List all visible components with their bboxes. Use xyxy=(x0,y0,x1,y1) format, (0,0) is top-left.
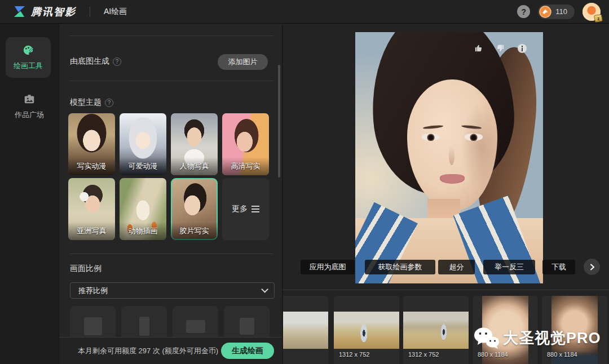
model-card-5[interactable]: 亚洲写真 xyxy=(68,178,115,240)
section-divider xyxy=(70,35,273,36)
zhiying-logo-icon xyxy=(13,5,26,18)
generate-button[interactable]: 生成绘画 xyxy=(221,343,274,359)
sidebar-item-works-plaza[interactable]: 作品广场 xyxy=(0,90,59,123)
chevron-right-icon xyxy=(589,264,595,270)
gallery-thumbnail-3[interactable]: 1312 x 752 xyxy=(403,296,469,364)
sidebar-item-label: 作品广场 xyxy=(15,110,44,120)
quota-text: 本月剩余可用额度 297 次 (额度外可用金币) xyxy=(78,346,218,356)
top-bar: 腾讯智影 AI绘画 ? 110 z xyxy=(0,0,609,24)
upscale-button[interactable]: 超分 xyxy=(438,260,475,274)
brand-title: 腾讯智影 xyxy=(31,5,76,19)
chevron-down-icon xyxy=(261,286,268,293)
coin-icon xyxy=(539,6,551,18)
base-image-section-label: 由底图生成 ? xyxy=(70,56,121,66)
wechat-icon xyxy=(474,327,500,349)
gallery-thumbnail-2[interactable]: 1312 x 752 xyxy=(334,296,399,364)
question-icon[interactable]: ? xyxy=(113,57,121,66)
menu-icon xyxy=(251,208,259,210)
image-size-label: 880 x 1184 xyxy=(478,351,508,358)
panel-scrollbar[interactable] xyxy=(278,65,280,177)
ratio-dropdown-value: 推荐比例 xyxy=(78,286,108,296)
watermark: 大圣视觉PRO xyxy=(474,327,601,349)
variations-button[interactable]: 举一反三 xyxy=(483,260,535,274)
ratio-section-label: 画面比例 xyxy=(70,264,102,274)
model-card-4[interactable]: 高清写实 xyxy=(222,113,269,175)
section-divider xyxy=(70,81,273,81)
image-size-label: 1312 x 752 xyxy=(339,351,369,358)
preview-image xyxy=(355,32,543,283)
gallery-thumbnail-1[interactable]: 752 xyxy=(283,296,328,364)
gallery-icon xyxy=(23,93,36,105)
section-divider xyxy=(70,254,273,254)
sidebar-item-painting-tools[interactable]: 绘画工具 xyxy=(6,37,51,78)
add-image-button[interactable]: 添加图片 xyxy=(218,54,268,70)
get-parameters-button[interactable]: 获取绘画参数 xyxy=(365,260,435,274)
model-card-7-selected[interactable]: 胶片写实 xyxy=(171,178,218,240)
preview-stage: 应用为底图 获取绘画参数 超分 举一反三 下载 752 1312 x 752 1… xyxy=(283,24,609,364)
image-size-label: 1312 x 752 xyxy=(408,351,439,358)
question-icon[interactable]: ? xyxy=(105,99,113,107)
use-as-base-button[interactable]: 应用为底图 xyxy=(301,260,355,274)
app-window: 腾讯智影 AI绘画 ? 110 z xyxy=(0,0,609,364)
ratio-dropdown[interactable]: 推荐比例 xyxy=(70,282,275,299)
avatar[interactable]: z xyxy=(582,3,601,21)
stage-divider xyxy=(283,290,609,290)
thumbs-up-icon[interactable] xyxy=(474,43,483,53)
image-size-label: 880 x 1184 xyxy=(547,351,577,358)
more-models-button[interactable]: 更多 xyxy=(222,178,269,240)
panel-footer: 本月剩余可用额度 297 次 (额度外可用金币) 生成绘画 xyxy=(59,337,282,364)
model-card-2[interactable]: 可爱动漫 xyxy=(120,113,166,175)
avatar-badge: z xyxy=(594,14,603,22)
credits-pill[interactable]: 110 xyxy=(538,5,575,19)
left-rail: 绘画工具 作品广场 xyxy=(0,24,59,364)
model-card-3[interactable]: 人物写真 xyxy=(171,113,218,175)
thumbs-down-icon[interactable] xyxy=(496,43,505,53)
tool-panel: 由底图生成 ? 添加图片 模型主题 ? 写实动漫 可爱动漫 人物写真 高清写实 … xyxy=(59,24,283,364)
preview-feedback-icons xyxy=(474,43,527,53)
model-card-6[interactable]: 动物插画 xyxy=(120,178,166,240)
download-button[interactable]: 下载 xyxy=(542,260,575,274)
model-card-1[interactable]: 写实动漫 xyxy=(68,113,115,175)
info-icon[interactable] xyxy=(518,44,527,53)
sidebar-item-label: 绘画工具 xyxy=(14,61,43,71)
credits-count: 110 xyxy=(555,7,567,16)
model-theme-section-label: 模型主题 ? xyxy=(70,97,113,108)
model-grid: 写实动漫 可爱动漫 人物写真 高清写实 亚洲写真 动物插画 胶片写实 更多 xyxy=(68,113,275,240)
tab-ai-painting[interactable]: AI绘画 xyxy=(104,7,127,17)
watermark-text: 大圣视觉PRO xyxy=(503,328,601,348)
next-image-button[interactable] xyxy=(584,259,600,275)
topbar-divider xyxy=(90,7,90,17)
palette-icon xyxy=(22,44,34,56)
help-icon[interactable]: ? xyxy=(517,5,530,18)
